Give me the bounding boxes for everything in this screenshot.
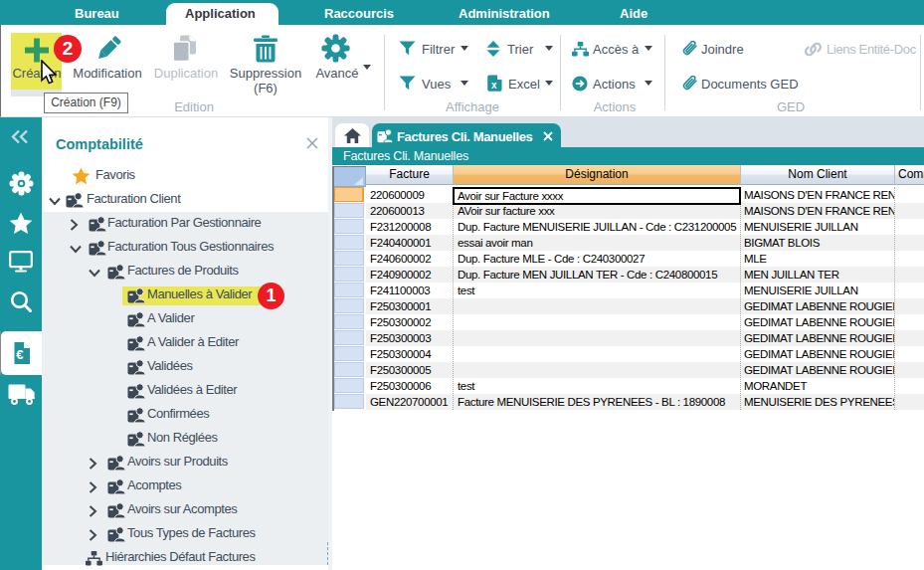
svg-text:x: x bbox=[491, 80, 497, 91]
